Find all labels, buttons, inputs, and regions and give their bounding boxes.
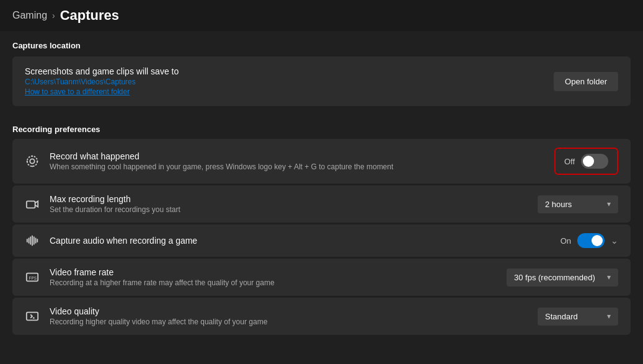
video-quality-row: Video quality Recording higher quality v…: [12, 298, 631, 335]
video-quality-text: Video quality Recording higher quality v…: [50, 306, 267, 326]
video-quality-dropdown-chevron: ▾: [607, 312, 611, 321]
main-content: Captures location Screenshots and game c…: [0, 31, 643, 347]
captures-location-card: Screenshots and game clips will save to …: [12, 56, 631, 106]
capture-audio-toggle-thumb: [592, 235, 603, 246]
video-quality-subtitle: Recording higher quality video may affec…: [50, 317, 267, 326]
breadcrumb-captures: Captures: [60, 7, 119, 24]
svg-point-0: [30, 159, 34, 163]
video-quality-icon: [25, 309, 40, 323]
record-toggle-track: [581, 154, 608, 169]
breadcrumb-chevron: ›: [52, 11, 55, 20]
record-what-happened-row: Record what happened When something cool…: [12, 139, 631, 184]
video-quality-dropdown[interactable]: Standard ▾: [538, 308, 618, 326]
record-row-left: Record what happened When something cool…: [25, 151, 393, 171]
camera-icon: [25, 197, 40, 211]
captures-location-info: Screenshots and game clips will save to …: [25, 66, 179, 96]
max-recording-text: Max recording length Set the duration fo…: [50, 194, 180, 214]
record-row-subtitle: When something cool happened in your gam…: [50, 162, 393, 171]
capture-audio-expand-chevron[interactable]: ⌄: [611, 236, 618, 246]
max-recording-length-row: Max recording length Set the duration fo…: [12, 185, 631, 223]
capture-audio-left: Capture audio when recording a game: [25, 234, 197, 247]
capture-audio-text: Capture audio when recording a game: [50, 236, 197, 246]
capture-audio-toggle-track: [577, 233, 605, 248]
svg-text:FPS: FPS: [29, 276, 37, 280]
video-quality-dropdown-value: Standard: [545, 312, 578, 321]
video-frame-rate-subtitle: Recording at a higher frame rate may aff…: [50, 278, 275, 287]
video-quality-left: Video quality Recording higher quality v…: [25, 306, 267, 326]
capture-audio-toggle-container: On: [561, 233, 605, 248]
capture-audio-toggle-label: On: [561, 236, 571, 246]
different-folder-link[interactable]: How to save to a different folder: [25, 87, 179, 96]
record-toggle-thumb: [583, 156, 594, 167]
video-quality-title: Video quality: [50, 306, 267, 316]
max-recording-subtitle: Set the duration for recordings you star…: [50, 205, 180, 214]
capture-audio-right: On ⌄: [561, 233, 618, 248]
max-recording-dropdown-value: 2 hours: [545, 200, 572, 209]
record-toggle-wrapper: Off: [554, 148, 618, 175]
captures-path: C:\Users\Tuanm\Videos\Captures: [25, 78, 179, 86]
captures-description: Screenshots and game clips will save to: [25, 66, 179, 76]
capture-audio-title: Capture audio when recording a game: [50, 236, 197, 246]
capture-audio-row: Capture audio when recording a game On ⌄: [12, 224, 631, 257]
max-recording-dropdown[interactable]: 2 hours ▾: [538, 195, 618, 213]
record-icon: [25, 154, 40, 168]
header: Gaming › Captures: [0, 0, 643, 31]
video-frame-rate-dropdown-value: 30 fps (recommended): [514, 273, 595, 282]
video-frame-rate-title: Video frame rate: [50, 267, 275, 277]
video-frame-rate-dropdown-chevron: ▾: [607, 273, 611, 282]
video-frame-rate-left: FPS Video frame rate Recording at a high…: [25, 267, 275, 287]
max-recording-left: Max recording length Set the duration fo…: [25, 194, 180, 214]
video-frame-rate-row: FPS Video frame rate Recording at a high…: [12, 259, 631, 296]
svg-point-1: [27, 156, 38, 167]
fps-icon: FPS: [25, 270, 40, 284]
capture-audio-toggle[interactable]: [577, 233, 605, 248]
audio-icon: [25, 234, 40, 247]
recording-preferences-title: Recording preferences: [12, 125, 631, 134]
video-frame-rate-text: Video frame rate Recording at a higher f…: [50, 267, 275, 287]
captures-location-title: Captures location: [12, 41, 631, 50]
open-folder-button[interactable]: Open folder: [554, 72, 618, 91]
video-frame-rate-dropdown[interactable]: 30 fps (recommended) ▾: [507, 269, 618, 286]
record-row-text: Record what happened When something cool…: [50, 151, 393, 171]
max-recording-title: Max recording length: [50, 194, 180, 204]
record-row-title: Record what happened: [50, 151, 393, 161]
max-recording-dropdown-chevron: ▾: [607, 200, 611, 208]
breadcrumb-gaming[interactable]: Gaming: [12, 10, 47, 21]
svg-rect-2: [27, 201, 35, 208]
record-toggle[interactable]: [581, 154, 608, 169]
record-toggle-label: Off: [564, 157, 575, 166]
